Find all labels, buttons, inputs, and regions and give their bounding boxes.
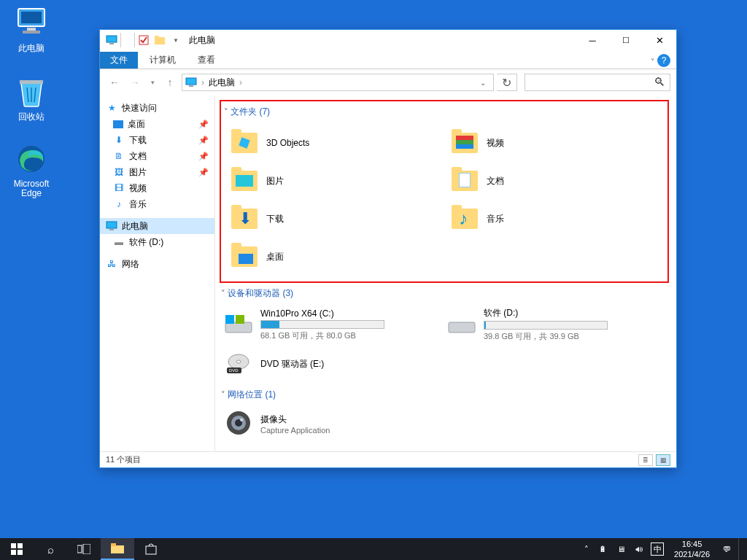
sidebar-item-download[interactable]: ⬇下载📌 — [100, 132, 214, 148]
qat-dropdown[interactable]: ▼ — [169, 33, 183, 47]
folder-label: 音乐 — [487, 213, 504, 225]
tray-network[interactable]: 🖥︎ — [614, 538, 628, 560]
folder-download[interactable]: ⬇下载 — [227, 203, 441, 235]
sidebar-label: 快速访问 — [122, 102, 157, 114]
sidebar-item-music[interactable]: ♪音乐 — [100, 196, 214, 212]
folder-desktop[interactable]: 桌面 — [227, 241, 441, 273]
folder-music[interactable]: ♪音乐 — [447, 203, 662, 235]
sidebar-quickaccess[interactable]: ★ 快速访问 — [100, 100, 214, 116]
svg-rect-9 — [155, 37, 165, 44]
tray-ime[interactable]: 中 — [651, 542, 664, 556]
desktop-icon-label: 回收站 — [4, 111, 59, 123]
drive-label: 软件 (D:) — [484, 307, 608, 319]
folder-3dobjects[interactable]: 3D Objects — [227, 127, 441, 159]
sidebar-item-pic[interactable]: 🖼图片📌 — [100, 164, 214, 180]
taskbar-search[interactable]: ⌕ — [34, 538, 67, 560]
titlebar[interactable]: ▼ 此电脑 ─ ☐ ✕ — [100, 30, 676, 50]
tab-computer[interactable]: 计算机 — [139, 52, 186, 69]
group-header-folders[interactable]: 文件夹 (7) — [224, 106, 666, 118]
tray-battery[interactable]: 🔋︎ — [596, 538, 610, 560]
tab-file[interactable]: 文件 — [100, 52, 138, 69]
group-header-netloc[interactable]: 网络位置 (1) — [221, 389, 669, 401]
qat-newfolder-icon[interactable] — [152, 33, 167, 47]
desktop-icon-recycle[interactable]: 回收站 — [4, 76, 59, 123]
drive-c[interactable]: Win10Pro X64 (C:) 68.1 GB 可用，共 80.0 GB — [224, 307, 441, 342]
taskbar-explorer[interactable] — [101, 538, 134, 560]
window-title: 此电脑 — [189, 34, 215, 47]
ribbon-collapse[interactable]: ˅ — [651, 58, 654, 66]
tray-chevron[interactable]: ˄ — [581, 538, 592, 560]
recyclebin-icon — [17, 76, 46, 108]
drive-label: Win10Pro X64 (C:) — [260, 308, 384, 319]
netloc-camera[interactable]: 摄像头 Capture Application — [220, 405, 669, 443]
qat-separator — [120, 33, 135, 47]
sidebar-item-video[interactable]: 🎞视频 — [100, 180, 214, 196]
monitor-small-icon — [185, 77, 197, 88]
nav-up[interactable]: ↑ — [161, 74, 179, 91]
system-tray: ˄ 🔋︎ 🖥︎ 🔊︎ 中 16:45 2021/4/26 💬︎ — [581, 538, 747, 560]
svg-rect-30 — [11, 550, 16, 555]
nav-history[interactable]: ▾ — [147, 74, 158, 91]
sidebar-network[interactable]: 🖧网络 — [100, 256, 214, 272]
folder-label: 下载 — [266, 213, 284, 225]
breadcrumb-sep: › — [239, 77, 242, 88]
view-tiles-button[interactable]: ▦ — [656, 454, 670, 466]
start-button[interactable] — [0, 538, 34, 560]
close-button[interactable]: ✕ — [643, 30, 676, 50]
drive-icon — [224, 310, 253, 339]
svg-rect-13 — [107, 222, 117, 228]
sidebar-thispc[interactable]: 此电脑 — [100, 218, 214, 234]
drive-sublabel: 68.1 GB 可用，共 80.0 GB — [260, 330, 384, 341]
nav-forward[interactable]: → — [126, 74, 144, 91]
arrow-up-icon: ↑ — [168, 77, 173, 88]
view-details-button[interactable]: ≣ — [638, 454, 653, 466]
chevron-down-icon: ▾ — [151, 79, 155, 86]
show-desktop[interactable] — [738, 538, 743, 560]
folder-label: 视频 — [487, 137, 504, 149]
drive-dvd[interactable]: DVD DVD 驱动器 (E:) — [224, 349, 441, 378]
explorer-window: ▼ 此电脑 ─ ☐ ✕ 文件 计算机 查看 ˅ ? ← → ▾ ↑ › 此电脑 … — [99, 29, 677, 468]
desktop-icon-thispc[interactable]: 此电脑 — [4, 7, 59, 55]
quick-access-toolbar: ▼ — [100, 33, 183, 47]
breadcrumb-root[interactable]: 此电脑 — [209, 77, 235, 89]
sidebar-drive-d[interactable]: ▬软件 (D:) — [100, 234, 214, 250]
sidebar-item-doc[interactable]: 🗎文档📌 — [100, 148, 214, 164]
qat-thispc-icon[interactable] — [104, 33, 119, 47]
address-bar[interactable]: › 此电脑 › ⌄ — [182, 74, 494, 91]
sidebar-item-desktop[interactable]: 桌面📌 — [100, 116, 214, 132]
minimize-button[interactable]: ─ — [576, 30, 609, 50]
navbar: ← → ▾ ↑ › 此电脑 › ⌄ ↻ 🔍︎ — [100, 69, 676, 96]
netloc-sublabel: Capture Application — [260, 426, 330, 435]
folder-doc[interactable]: 文档 — [447, 165, 662, 197]
sidebar-label: 桌面 — [128, 118, 145, 131]
tab-view[interactable]: 查看 — [187, 52, 225, 69]
group-header-drives[interactable]: 设备和驱动器 (3) — [221, 287, 669, 300]
taskbar-taskview[interactable] — [67, 538, 101, 560]
desktop-icon-edge[interactable]: Microsoft Edge — [4, 144, 59, 198]
folder-pic[interactable]: 图片 — [227, 165, 441, 197]
search-box[interactable]: 🔍︎ — [525, 74, 670, 91]
pic-icon: 🖼 — [113, 166, 125, 178]
qat-properties-icon[interactable] — [136, 33, 151, 47]
svg-rect-6 — [107, 36, 117, 42]
nav-back[interactable]: ← — [106, 74, 123, 91]
tray-notifications[interactable]: 💬︎ — [720, 538, 734, 560]
folder-icon — [231, 246, 258, 267]
svg-rect-4 — [20, 80, 43, 84]
taskbar-clock[interactable]: 16:45 2021/4/26 — [668, 539, 716, 559]
help-button[interactable]: ? — [657, 54, 670, 67]
content-pane: 文件夹 (7) 3D Objects 视频 图片 文档 ⬇下载 ♪音乐 桌面 设… — [215, 96, 676, 451]
drive-d[interactable]: 软件 (D:) 39.8 GB 可用，共 39.9 GB — [447, 307, 665, 342]
folder-video[interactable]: 视频 — [447, 127, 662, 159]
taskbar-store[interactable] — [134, 538, 168, 560]
tray-volume[interactable]: 🔊︎ — [632, 538, 646, 560]
network-icon: 🖧 — [106, 258, 117, 270]
maximize-button[interactable]: ☐ — [609, 30, 643, 50]
clock-date: 2021/4/26 — [674, 549, 710, 559]
refresh-button[interactable]: ↻ — [497, 74, 517, 91]
address-dropdown[interactable]: ⌄ — [476, 79, 490, 87]
star-icon: ★ — [106, 102, 117, 114]
chevron-down-icon: ▼ — [173, 37, 179, 44]
folder-label: 文档 — [487, 175, 504, 187]
svg-rect-33 — [83, 544, 90, 554]
